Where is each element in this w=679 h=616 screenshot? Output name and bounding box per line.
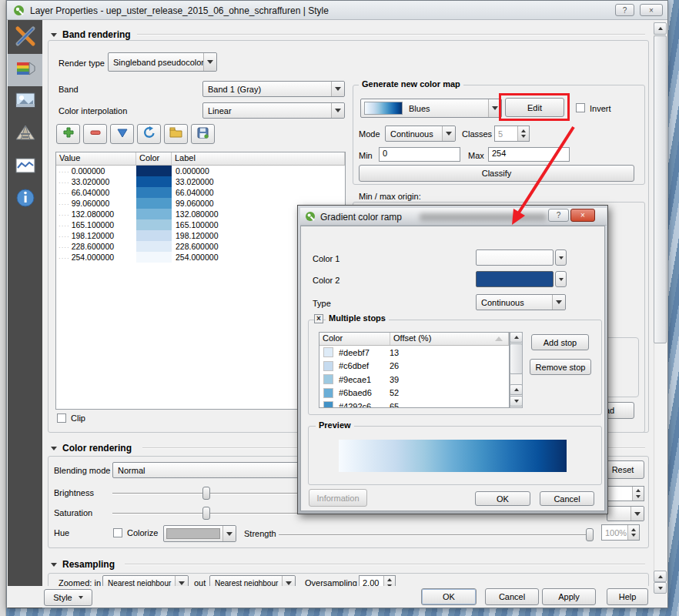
type-combo[interactable]: Continuous <box>476 294 566 310</box>
classes-spinner[interactable]: 5 <box>494 126 530 142</box>
color1-swatch[interactable] <box>476 249 554 266</box>
stop-row[interactable]: #6baed652 <box>319 387 509 400</box>
window-close-button[interactable]: × <box>640 4 663 16</box>
color-map-row[interactable]: ····66.04000066.040000 <box>56 187 345 198</box>
stops-scroll-up[interactable] <box>510 332 523 343</box>
color-swatch[interactable] <box>136 198 172 209</box>
dialog-cancel-button[interactable]: Cancel <box>540 491 594 506</box>
header-offset[interactable]: Offset (%) <box>390 333 509 345</box>
stop-row[interactable]: #c6dbef26 <box>319 360 509 373</box>
stop-color-swatch[interactable] <box>323 347 333 357</box>
invert-checkbox[interactable] <box>576 103 585 112</box>
strength-spinner[interactable]: 100% <box>601 524 640 541</box>
saturation-spinner[interactable] <box>607 506 644 521</box>
classify-button[interactable]: Classify <box>359 165 634 182</box>
sidebar-item-histogram[interactable] <box>8 151 42 183</box>
open-folder-button[interactable] <box>164 124 188 144</box>
cancel-button[interactable]: Cancel <box>485 588 539 605</box>
stop-color-swatch[interactable] <box>323 401 333 408</box>
clip-checkbox[interactable] <box>57 413 66 423</box>
strength-slider-thumb[interactable] <box>586 528 594 541</box>
max-input[interactable]: 254 <box>488 147 570 162</box>
color-swatch[interactable] <box>136 209 172 219</box>
colorize-color-swatch[interactable] <box>163 525 236 542</box>
band-rendering-header[interactable]: Band rendering <box>51 29 131 40</box>
stops-scroll-thumb[interactable] <box>510 343 523 374</box>
sidebar-item-metadata[interactable] <box>8 183 42 216</box>
refresh-button[interactable] <box>137 124 161 144</box>
sidebar-item-general[interactable] <box>8 22 42 54</box>
add-entry-button[interactable] <box>56 124 80 144</box>
add-stop-button[interactable]: Add stop <box>531 334 589 350</box>
stop-row[interactable]: #deebf713 <box>319 346 509 360</box>
saturation-slider-thumb[interactable] <box>202 507 210 520</box>
stops-table[interactable]: Color Offset (%) #deebf713#c6dbef26#9eca… <box>319 332 510 408</box>
color-swatch[interactable] <box>136 219 172 230</box>
header-label[interactable]: Label <box>172 152 345 165</box>
header-color[interactable]: Color <box>136 152 172 165</box>
color2-swatch[interactable] <box>476 271 554 287</box>
color-swatch[interactable] <box>136 230 172 241</box>
color-map-row[interactable]: ····0.0000000.000000 <box>56 166 345 176</box>
stop-color-swatch[interactable] <box>323 361 333 371</box>
spin-down-icon[interactable] <box>631 534 636 537</box>
apply-button[interactable]: Apply <box>542 588 596 605</box>
information-button[interactable]: Information <box>309 489 367 507</box>
color-swatch[interactable] <box>136 166 172 176</box>
color2-dropdown-button[interactable] <box>555 271 567 287</box>
scroll-up-button[interactable] <box>654 22 667 35</box>
window-help-button[interactable]: ? <box>615 4 634 16</box>
stop-row[interactable]: #4292c665 <box>319 400 509 408</box>
brightness-spinner[interactable] <box>607 486 644 501</box>
stop-color-swatch[interactable] <box>323 388 333 398</box>
spin-down-icon[interactable] <box>636 495 641 498</box>
stop-color-swatch[interactable] <box>323 374 333 384</box>
spin-down-icon[interactable] <box>521 135 526 138</box>
sidebar-item-transparency[interactable] <box>8 86 42 119</box>
color-swatch[interactable] <box>136 241 172 252</box>
sort-button[interactable] <box>110 124 134 144</box>
colorize-checkbox[interactable] <box>113 528 122 537</box>
sidebar-item-pyramids[interactable] <box>8 119 42 151</box>
min-input[interactable]: 0 <box>379 147 460 162</box>
header-value[interactable]: Value <box>56 152 136 165</box>
ok-button[interactable]: OK <box>421 588 477 605</box>
header-color[interactable]: Color <box>319 333 390 345</box>
spin-up-icon[interactable] <box>387 578 392 581</box>
spin-up-icon[interactable] <box>521 129 526 132</box>
strength-slider[interactable] <box>279 534 593 536</box>
color1-dropdown-button[interactable] <box>555 249 567 266</box>
spin-up-icon[interactable] <box>636 489 641 492</box>
stops-scroll-up2[interactable] <box>510 384 523 395</box>
scroll-down-button[interactable] <box>654 582 667 594</box>
stops-scroll-down[interactable] <box>510 396 523 407</box>
color-swatch[interactable] <box>136 187 172 198</box>
scrollbar-thumb[interactable] <box>654 35 667 343</box>
color-ramp-combo[interactable]: Blues <box>360 99 502 118</box>
brightness-slider-thumb[interactable] <box>202 487 210 500</box>
mode-combo[interactable]: Continuous <box>385 126 456 142</box>
save-button[interactable] <box>191 124 215 144</box>
color-map-table-header[interactable]: Value Color Label <box>56 152 345 166</box>
dialog-close-button[interactable]: × <box>570 209 595 222</box>
spin-up-icon[interactable] <box>631 528 636 531</box>
color-map-row[interactable]: ····33.02000033.020000 <box>56 176 345 187</box>
multiple-stops-checkbox[interactable]: × <box>314 314 323 323</box>
remove-stop-button[interactable]: Remove stop <box>530 359 591 375</box>
style-menu-button[interactable]: Style <box>44 589 92 606</box>
resampling-header[interactable]: Resampling <box>51 559 115 570</box>
scroll-up2-button[interactable] <box>654 571 667 582</box>
dialog-ok-button[interactable]: OK <box>475 491 530 506</box>
main-titlebar[interactable]: Layer Properties - uep_uster_release_201… <box>7 1 667 20</box>
color-swatch[interactable] <box>136 252 172 263</box>
help-button[interactable]: Help <box>607 588 648 605</box>
color-swatch[interactable] <box>136 176 172 187</box>
stop-row[interactable]: #9ecae139 <box>319 373 509 387</box>
color-rendering-header[interactable]: Color rendering <box>51 443 132 454</box>
dialog-help-button[interactable]: ? <box>548 209 569 222</box>
render-type-combo[interactable]: Singleband pseudocolor <box>108 52 217 72</box>
stops-table-header[interactable]: Color Offset (%) <box>319 333 509 346</box>
sidebar-item-style[interactable] <box>8 54 42 86</box>
remove-entry-button[interactable] <box>83 124 107 144</box>
color-interpolation-combo[interactable]: Linear <box>202 102 345 119</box>
